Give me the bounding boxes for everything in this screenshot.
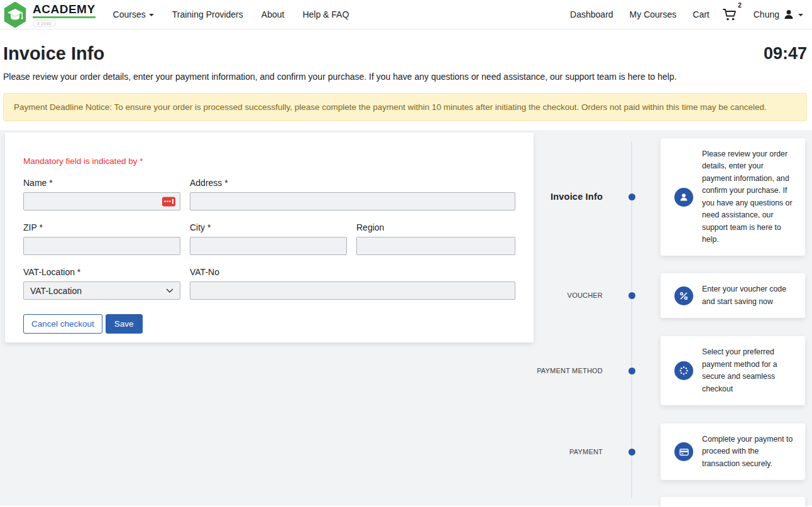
logo-hexagon — [3, 2, 28, 28]
invoice-form-card: Mandatory field is indicated by * Name *… — [5, 133, 534, 342]
percent-icon — [674, 286, 693, 305]
page-header: Invoice Info 09:47 Please review your or… — [0, 30, 812, 130]
step-voucher: VOUCHER Enter your voucher code and star… — [534, 273, 805, 319]
cart-icon — [722, 8, 737, 21]
user-name: Chung — [754, 9, 779, 19]
nav-my-courses-label: My Courses — [630, 9, 677, 19]
step-description: Enter your voucher code and start saving… — [702, 283, 794, 308]
nav-training-providers-label: Training Providers — [172, 9, 243, 19]
nav-cart[interactable]: Cart — [693, 9, 709, 19]
vat-location-label: VAT-Location * — [23, 267, 180, 277]
step-description: Please review your order details, enter … — [702, 148, 794, 246]
nav-dashboard[interactable]: Dashboard — [570, 9, 613, 19]
zip-input[interactable] — [23, 237, 180, 255]
zip-label: ZIP * — [23, 222, 180, 232]
vat-no-label: VAT-No — [190, 267, 515, 277]
brand-name: ACADEMY — [33, 3, 96, 16]
nav-help-faq-label: Help & FAQ — [302, 9, 349, 19]
brand-badge: # 2040 — [33, 20, 56, 27]
region-input[interactable] — [356, 237, 515, 255]
content-area: Mandatory field is indicated by * Name *… — [0, 130, 812, 506]
caret-down-icon — [149, 14, 154, 16]
mandatory-note: Mandatory field is indicated by * — [23, 156, 515, 166]
user-menu[interactable]: Chung — [754, 9, 803, 20]
main-nav: Courses Training Providers About Help & … — [113, 9, 349, 19]
name-input[interactable] — [23, 192, 180, 210]
city-label: City * — [190, 222, 347, 232]
step-label: PAYMENT METHOD — [534, 366, 603, 376]
countdown-timer: 09:47 — [764, 43, 807, 64]
step-label: PAYMENT — [534, 447, 603, 457]
logo[interactable]: ACADEMY # 2040 — [3, 1, 96, 28]
nav-courses[interactable]: Courses — [113, 9, 154, 19]
address-input[interactable] — [190, 192, 515, 210]
step-card: Select your preferred payment method for… — [661, 336, 805, 405]
step-description: Complete your payment to proceed with th… — [702, 433, 794, 470]
chevron-down-icon — [166, 288, 173, 293]
step-card: Please review your order details, enter … — [661, 138, 805, 256]
cart-button[interactable]: 2 — [722, 8, 737, 21]
address-label: Address * — [190, 178, 515, 188]
brand-underline — [33, 16, 96, 18]
credit-card-icon — [674, 442, 693, 461]
cancel-checkout-button[interactable]: Cancel checkout — [23, 314, 102, 334]
nav-about[interactable]: About — [261, 9, 285, 19]
cart-count-badge: 2 — [738, 2, 742, 9]
top-nav: ACADEMY # 2040 Courses Training Provider… — [0, 0, 812, 30]
region-label: Region — [356, 222, 515, 232]
graduation-cap-icon — [6, 8, 24, 23]
caret-down-icon — [798, 14, 803, 16]
nav-my-courses[interactable]: My Courses — [630, 9, 677, 19]
step-description: Select your preferred payment method for… — [702, 346, 794, 395]
page-title: Invoice Info — [3, 43, 104, 64]
step-dot — [628, 194, 635, 200]
name-label: Name * — [23, 178, 180, 188]
nav-courses-label: Courses — [113, 9, 146, 19]
nav-training-providers[interactable]: Training Providers — [172, 9, 243, 19]
step-card: Receive confirmation of a successful pay… — [661, 497, 805, 507]
step-dot — [628, 368, 635, 374]
vat-location-selected-value: VAT-Location — [30, 286, 82, 296]
step-card: Enter your voucher code and start saving… — [661, 273, 805, 318]
user-icon — [783, 9, 794, 20]
vat-no-input[interactable] — [190, 281, 515, 300]
step-card: Complete your payment to proceed with th… — [661, 423, 805, 480]
step-label: Invoice Info — [534, 192, 603, 202]
step-invoice-info: Invoice Info Please review your order de… — [534, 138, 805, 256]
step-payment: PAYMENT Complete your payment to proceed… — [534, 423, 805, 480]
step-label: VOUCHER — [534, 291, 603, 300]
step-dot — [628, 449, 635, 455]
user-nav: Dashboard My Courses Cart 2 Chung — [570, 8, 803, 21]
step-dot — [628, 292, 635, 299]
autofill-icon[interactable] — [162, 197, 175, 206]
nav-dashboard-label: Dashboard — [570, 9, 613, 19]
step-checkout-completed: CHECKOUT - COMPLETED Receive confirmatio… — [534, 497, 805, 507]
dots-spinner-icon — [674, 361, 693, 380]
page-subtitle: Please review your order details, enter … — [3, 72, 807, 82]
payment-deadline-notice: Payment Deadline Notice: To ensure your … — [3, 93, 807, 121]
nav-cart-label: Cart — [693, 9, 709, 19]
nav-about-label: About — [261, 9, 285, 19]
vat-location-select[interactable]: VAT-Location — [23, 281, 180, 300]
city-input[interactable] — [190, 237, 347, 255]
checkout-stepper: Invoice Info Please review your order de… — [534, 133, 805, 506]
user-circle-icon — [674, 188, 693, 207]
nav-help-faq[interactable]: Help & FAQ — [302, 9, 349, 19]
step-payment-method: PAYMENT METHOD Select your preferred pay… — [534, 336, 805, 405]
save-button[interactable]: Save — [106, 314, 143, 334]
